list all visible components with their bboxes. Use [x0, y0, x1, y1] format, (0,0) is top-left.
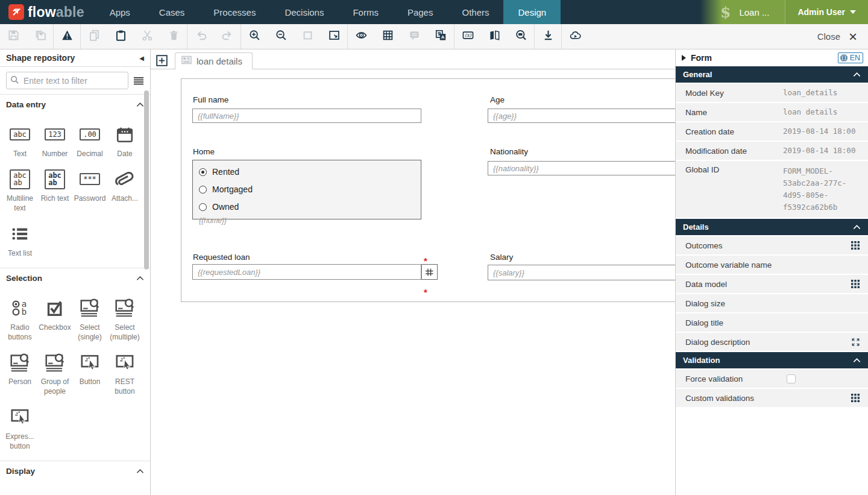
menu-item-others[interactable]: Others	[447, 0, 503, 24]
shape-multiline-text[interactable]: abcab Multiline text	[2, 168, 37, 213]
panel-collapse-icon[interactable]	[682, 55, 686, 61]
property-row-name[interactable]: Name loan details	[676, 103, 868, 121]
radio-option-rented[interactable]: Rented	[199, 165, 415, 178]
preview-button[interactable]	[348, 24, 374, 49]
menu-item-apps[interactable]: Apps	[95, 0, 145, 24]
shape-button[interactable]: Button	[72, 352, 107, 396]
export-button[interactable]	[535, 24, 561, 49]
full-name-field[interactable]	[192, 109, 421, 123]
shape-text[interactable]: abc Text	[2, 124, 37, 159]
radio-option-owned[interactable]: Owned	[199, 200, 415, 213]
sidebar-scrollbar-thumb[interactable]	[144, 90, 149, 270]
grid-edit-icon[interactable]	[851, 241, 860, 250]
add-tab-button[interactable]	[156, 55, 168, 66]
sidebar-section-selection: Selection ab Radio buttons Checkbox Sele…	[0, 268, 150, 461]
number-hash-icon[interactable]	[421, 264, 438, 280]
section-header[interactable]: Display	[0, 461, 150, 481]
property-row-global-id[interactable]: Global ID FORM_MODEL- 53abc2aa-277c- 4d9…	[676, 161, 868, 218]
property-row-outcomes[interactable]: Outcomes	[676, 236, 868, 254]
grid-edit-icon[interactable]	[851, 394, 860, 402]
radio-circle-icon	[199, 186, 207, 194]
shape-password[interactable]: *** Password	[72, 168, 107, 213]
close-icon[interactable]: ×	[849, 30, 857, 44]
grid-button[interactable]	[374, 24, 401, 49]
close-button[interactable]: Close	[817, 31, 840, 42]
form-design-canvas: loan details Full name Age Home Rented M…	[151, 49, 675, 495]
list-view-toggle-icon[interactable]	[133, 76, 144, 86]
flowable-logo[interactable]: flowable	[0, 0, 95, 24]
property-row-creation-date[interactable]: Creation date 2019-08-14 18:00	[676, 122, 868, 140]
expand-icon[interactable]	[852, 338, 860, 346]
tab-loan-details[interactable]: loan details	[175, 52, 253, 69]
expression-button[interactable]: (x)	[454, 24, 481, 49]
translation-button[interactable]: A	[427, 24, 454, 49]
shape-number[interactable]: 123 Number	[37, 124, 72, 159]
validate-button[interactable]	[54, 24, 80, 49]
shape-select-multiple-[interactable]: Select (multiple)	[107, 297, 142, 342]
shape-text-list[interactable]: Text list	[2, 223, 37, 258]
menu-item-design[interactable]: Design	[503, 0, 561, 24]
section-header[interactable]: Selection	[0, 268, 150, 288]
flip-button[interactable]	[481, 24, 508, 49]
deploy-button[interactable]	[562, 24, 588, 49]
language-button[interactable]: EN	[838, 52, 863, 63]
grid-edit-icon[interactable]	[851, 280, 860, 288]
panel-section-header[interactable]: Validation	[676, 352, 868, 368]
shape-rich-text[interactable]: abcab Rich text	[37, 168, 72, 213]
shape-filter-input[interactable]	[6, 72, 128, 89]
shape-attach-[interactable]: Attach...	[107, 168, 142, 213]
copy-icon	[89, 30, 100, 43]
zoom-out-icon	[275, 30, 287, 43]
model-search-button[interactable]	[508, 24, 534, 49]
svg-text:A: A	[441, 34, 444, 40]
salary-field[interactable]	[488, 265, 675, 280]
undo-icon	[195, 30, 207, 43]
menu-item-pages[interactable]: Pages	[393, 0, 448, 24]
deploy-icon	[570, 30, 581, 43]
shape-radio-buttons[interactable]: ab Radio buttons	[2, 297, 37, 342]
shape-decimal[interactable]: .00 Decimal	[72, 124, 107, 159]
zoom-fit-button[interactable]	[321, 24, 347, 49]
menu-item-forms[interactable]: Forms	[338, 0, 393, 24]
nationality-field[interactable]	[488, 161, 675, 175]
property-row-force-validation[interactable]: Force validation	[676, 370, 868, 388]
svg-text:(x): (x)	[465, 33, 472, 38]
panel-section-header[interactable]: Details	[676, 219, 868, 235]
property-row-custom-validations[interactable]: Custom validations	[676, 389, 868, 407]
requested-loan-field[interactable]	[192, 264, 421, 280]
shape-rest-button[interactable]: REST button	[107, 352, 142, 396]
user-menu-button[interactable]: Admin User	[785, 0, 868, 24]
section-header[interactable]: Data entry	[0, 94, 150, 114]
panel-section-header[interactable]: General	[676, 66, 868, 83]
menu-item-processes[interactable]: Processes	[199, 0, 270, 24]
radio-option-mortgaged[interactable]: Mortgaged	[199, 183, 415, 196]
zoom-fit-icon	[329, 30, 340, 43]
shape-group-of-people[interactable]: Group of people	[37, 352, 72, 396]
shape-select-single-[interactable]: Select (single)	[72, 297, 107, 342]
required-marker: *	[424, 256, 427, 266]
age-field[interactable]	[488, 109, 675, 123]
current-app-button[interactable]: $ Loan ...	[700, 0, 785, 24]
property-row-outcome-variable-name[interactable]: Outcome variable name	[676, 256, 868, 274]
preview-icon	[356, 30, 367, 43]
property-row-dialog-size[interactable]: Dialog size	[676, 294, 868, 312]
force-validation-checkbox[interactable]	[787, 374, 796, 383]
multiline-text-icon: abcab	[10, 168, 30, 190]
property-row-modification-date[interactable]: Modification date 2019-08-14 18:00	[676, 142, 868, 160]
property-row-data-model[interactable]: Data model	[676, 275, 868, 293]
zoom-in-button[interactable]	[241, 24, 268, 49]
shape-expres-button[interactable]: Expres... button	[2, 406, 37, 451]
sidebar-collapse-icon[interactable]: ◀	[139, 55, 144, 61]
shape-date[interactable]: Date	[107, 124, 142, 159]
form-model-icon	[181, 55, 192, 67]
property-row-model-key[interactable]: Model Key loan_details	[676, 84, 868, 102]
menu-item-decisions[interactable]: Decisions	[270, 0, 338, 24]
shape-checkbox[interactable]: Checkbox	[37, 297, 72, 342]
shape-person[interactable]: Person	[2, 352, 37, 396]
menu-item-cases[interactable]: Cases	[145, 0, 200, 24]
property-row-dialog-description[interactable]: Dialog description	[676, 333, 868, 351]
property-row-dialog-title[interactable]: Dialog title	[676, 314, 868, 332]
paste-button[interactable]	[107, 24, 134, 49]
zoom-out-button[interactable]	[268, 24, 294, 49]
chevron-up-icon	[136, 468, 144, 474]
